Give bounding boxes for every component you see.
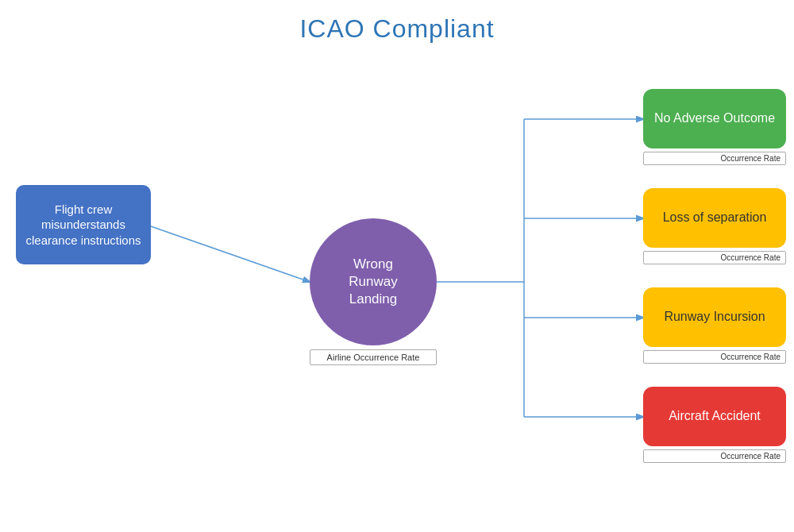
page-title: ICAO Compliant xyxy=(0,0,794,44)
center-circle: WrongRunwayLanding xyxy=(310,218,437,345)
outcome-main-2: Loss of separation xyxy=(643,188,786,248)
cause-label: Flight crew misunderstands clearance ins… xyxy=(24,202,143,249)
outcome-box-1: No Adverse Outcome Occurrence Rate xyxy=(643,89,786,165)
outcome-label-1: No Adverse Outcome xyxy=(654,110,775,127)
outcome-label-4: Aircraft Accident xyxy=(669,408,761,425)
outcome-box-2: Loss of separation Occurrence Rate xyxy=(643,188,786,264)
diagram-area: Flight crew misunderstands clearance ins… xyxy=(0,52,794,532)
outcome-box-4: Aircraft Accident Occurrence Rate xyxy=(643,387,786,463)
outcome-label-3: Runway Incursion xyxy=(664,309,765,326)
outcome-rate-3: Occurrence Rate xyxy=(643,350,786,364)
outcome-main-4: Aircraft Accident xyxy=(643,387,786,446)
outcome-label-2: Loss of separation xyxy=(663,210,767,226)
outcome-main-1: No Adverse Outcome xyxy=(643,89,786,148)
svg-line-0 xyxy=(151,226,310,282)
cause-box: Flight crew misunderstands clearance ins… xyxy=(16,185,151,264)
outcome-rate-1: Occurrence Rate xyxy=(643,152,786,165)
outcome-rate-4: Occurrence Rate xyxy=(643,449,786,463)
outcome-main-3: Runway Incursion xyxy=(643,287,786,347)
center-label: WrongRunwayLanding xyxy=(349,256,397,308)
outcome-box-3: Runway Incursion Occurrence Rate xyxy=(643,287,786,364)
circle-rate-label: Airline Occurrence Rate xyxy=(310,349,437,365)
outcome-rate-2: Occurrence Rate xyxy=(643,251,786,264)
